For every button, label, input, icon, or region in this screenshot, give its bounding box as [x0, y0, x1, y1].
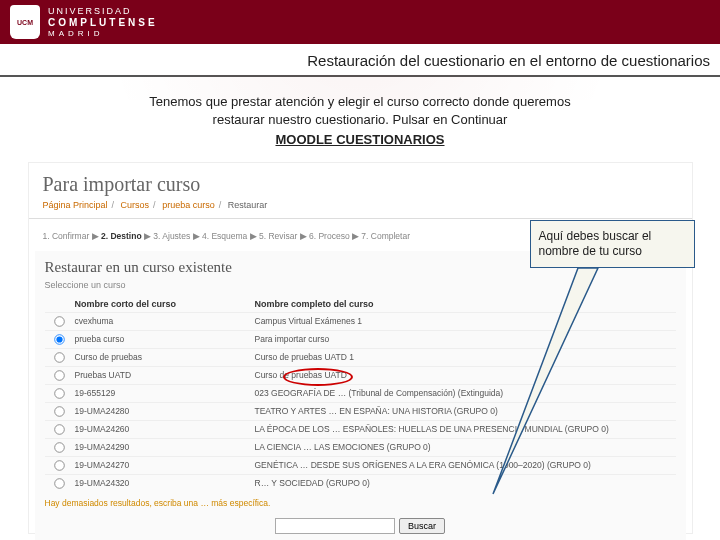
- th-short: Nombre corto del curso: [75, 299, 255, 309]
- breadcrumb-item: Restaurar: [228, 200, 268, 210]
- table-row: prueba cursoPara importar curso: [45, 330, 676, 348]
- course-radio[interactable]: [54, 442, 64, 452]
- cell-full: GENÉTICA … DESDE SUS ORÍGENES A LA ERA G…: [255, 460, 676, 470]
- course-radio[interactable]: [54, 460, 64, 470]
- cell-short: 19-UMA24260: [75, 424, 255, 434]
- cell-short: 19-UMA24270: [75, 460, 255, 470]
- cell-short: Curso de pruebas: [75, 352, 255, 362]
- th-full: Nombre completo del curso: [255, 299, 676, 309]
- logo-bar: UCM UNIVERSIDAD COMPLUTENSE MADRID: [0, 0, 720, 44]
- logo-comp: COMPLUTENSE: [48, 17, 158, 29]
- cell-short: prueba curso: [75, 334, 255, 344]
- table-row: 19-UMA24280TEATRO Y ARTES … EN ESPAÑA: U…: [45, 402, 676, 420]
- course-radio[interactable]: [54, 370, 64, 380]
- cell-short: Pruebas UATD: [75, 370, 255, 380]
- course-table: Nombre corto del curso Nombre completo d…: [45, 296, 676, 492]
- table-row: 19-UMA24270GENÉTICA … DESDE SUS ORÍGENES…: [45, 456, 676, 474]
- logo-uni: UNIVERSIDAD: [48, 6, 158, 17]
- intro-line1: Tenemos que prestar atención y elegir el…: [40, 93, 680, 111]
- intro-block: Tenemos que prestar atención y elegir el…: [0, 87, 720, 154]
- moodle-cuestionarios-link[interactable]: MOODLE CUESTIONARIOS: [275, 131, 444, 149]
- cell-short: 19-UMA24320: [75, 478, 255, 488]
- course-radio[interactable]: [54, 478, 64, 488]
- table-row: Pruebas UATDCurso de pruebas UATD: [45, 366, 676, 384]
- cell-full: Para importar curso: [255, 334, 676, 344]
- cell-short: 19-UMA24290: [75, 442, 255, 452]
- page-title: Restauración del cuestionario en el ento…: [0, 44, 720, 75]
- moodle-screenshot: Para importar curso Página Principal/ Cu…: [28, 162, 693, 534]
- callout-text: Aquí debes buscar el nombre de tu curso: [539, 229, 686, 259]
- course-radio[interactable]: [54, 352, 64, 362]
- cell-full: 023 GEOGRAFÍA DE … (Tribunal de Compensa…: [255, 388, 676, 398]
- cell-short: 19-655129: [75, 388, 255, 398]
- breadcrumb-item[interactable]: prueba curso: [162, 200, 215, 210]
- logo-mad: MADRID: [48, 29, 158, 39]
- course-radio[interactable]: [54, 406, 64, 416]
- cell-full: R… Y SOCIEDAD (GRUPO 0): [255, 478, 676, 488]
- course-radio[interactable]: [54, 388, 64, 398]
- intro-line2: restaurar nuestro cuestionario. Pulsar e…: [40, 111, 680, 129]
- cell-full: TEATRO Y ARTES … EN ESPAÑA: UNA HISTORIA…: [255, 406, 676, 416]
- callout-box: Aquí debes buscar el nombre de tu curso: [530, 220, 695, 268]
- search-button[interactable]: Buscar: [399, 518, 445, 534]
- table-row: 19-UMA24320R… Y SOCIEDAD (GRUPO 0): [45, 474, 676, 492]
- cell-short: 19-UMA24280: [75, 406, 255, 416]
- table-row: 19-UMA24260LA ÉPOCA DE LOS … ESPAÑOLES: …: [45, 420, 676, 438]
- cell-short: cvexhuma: [75, 316, 255, 326]
- table-row: Curso de pruebasCurso de pruebas UATD 1: [45, 348, 676, 366]
- cell-full: LA CIENCIA … LAS EMOCIONES (GRUPO 0): [255, 442, 676, 452]
- logo-shield-icon: UCM: [10, 5, 40, 39]
- highlight-oval-icon: [283, 368, 353, 386]
- cell-full: LA ÉPOCA DE LOS … ESPAÑOLES: HUELLAS DE …: [255, 424, 676, 434]
- logo-text: UNIVERSIDAD COMPLUTENSE MADRID: [48, 6, 158, 38]
- cell-full: Campus Virtual Exámenes 1: [255, 316, 676, 326]
- too-many-results-warning: Hay demasiados resultados, escriba una ……: [45, 492, 676, 514]
- section-sub: Seleccione un curso: [45, 280, 676, 290]
- course-radio[interactable]: [54, 424, 64, 434]
- breadcrumb-item[interactable]: Cursos: [121, 200, 150, 210]
- course-radio[interactable]: [54, 334, 64, 344]
- table-row: 19-UMA24290LA CIENCIA … LAS EMOCIONES (G…: [45, 438, 676, 456]
- course-radio[interactable]: [54, 316, 64, 326]
- breadcrumb: Página Principal/ Cursos/ prueba curso/ …: [29, 200, 692, 218]
- table-row: 19-655129023 GEOGRAFÍA DE … (Tribunal de…: [45, 384, 676, 402]
- cell-full: Curso de pruebas UATD 1: [255, 352, 676, 362]
- breadcrumb-item[interactable]: Página Principal: [43, 200, 108, 210]
- table-row: cvexhumaCampus Virtual Exámenes 1: [45, 312, 676, 330]
- course-search-input[interactable]: [275, 518, 395, 534]
- moodle-page-title: Para importar curso: [29, 163, 692, 200]
